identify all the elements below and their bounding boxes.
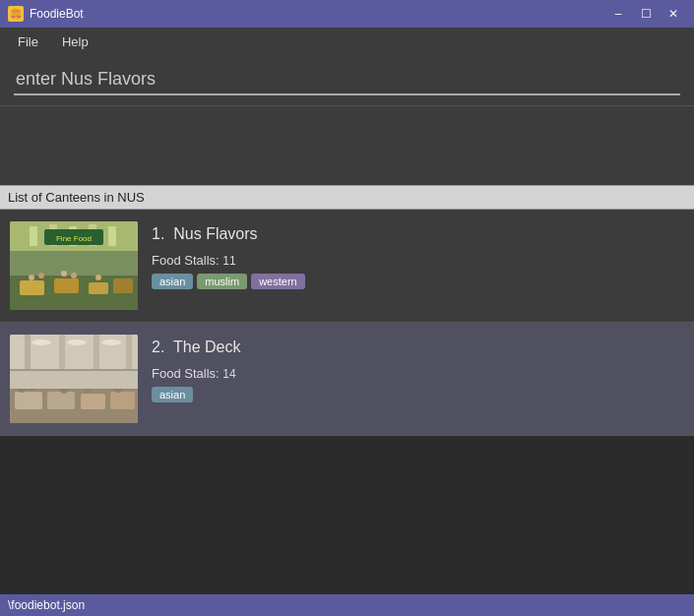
app-title: FoodieBot <box>30 7 84 21</box>
svg-rect-4 <box>89 282 108 294</box>
svg-point-27 <box>101 339 121 345</box>
food-stalls-row-2: Food Stalls: 14 <box>152 366 684 381</box>
svg-rect-2 <box>20 280 44 295</box>
svg-point-16 <box>61 271 67 277</box>
canteen-item-nus-flavors[interactable]: Fine Food 1. Nus Flavors Food Stalls: 11… <box>0 210 694 323</box>
tag-asian-2: asian <box>152 387 193 402</box>
list-header: List of Canteens in NUS <box>0 185 694 210</box>
title-bar-controls: – ☐ ✕ <box>605 4 686 24</box>
canteen-thumbnail-2 <box>10 335 138 423</box>
svg-text:Fine Food: Fine Food <box>56 234 92 243</box>
title-bar-left: 🍔 FoodieBot <box>8 6 84 22</box>
menu-file[interactable]: File <box>8 31 48 53</box>
svg-point-14 <box>29 275 34 280</box>
app-icon: 🍔 <box>8 6 24 22</box>
svg-rect-41 <box>10 369 138 371</box>
canteen-name-2: 2. The Deck <box>152 339 684 356</box>
svg-rect-7 <box>30 226 37 246</box>
svg-point-25 <box>32 339 51 345</box>
svg-rect-40 <box>10 369 138 389</box>
svg-rect-3 <box>54 278 79 293</box>
tag-asian-1: asian <box>152 274 193 289</box>
svg-rect-30 <box>47 392 75 409</box>
svg-point-26 <box>67 339 87 345</box>
close-button[interactable]: ✕ <box>661 4 686 24</box>
canteen-info-2: 2. The Deck Food Stalls: 14 asian <box>152 335 684 402</box>
canteen-list: Fine Food 1. Nus Flavors Food Stalls: 11… <box>0 210 694 436</box>
canteen-thumbnail-1: Fine Food <box>10 221 138 310</box>
tag-western-1: western <box>251 274 305 289</box>
status-text: \foodiebot.json <box>8 598 85 612</box>
svg-rect-11 <box>108 226 116 246</box>
tag-muslim-1: muslim <box>197 274 247 289</box>
canteen-info-1: 1. Nus Flavors Food Stalls: 11 asian mus… <box>152 221 684 289</box>
svg-point-15 <box>38 273 44 278</box>
status-bar: \foodiebot.json <box>0 594 694 616</box>
canteen-name-1: 1. Nus Flavors <box>152 225 684 243</box>
canteen-image-2 <box>10 335 138 423</box>
svg-rect-5 <box>113 278 133 293</box>
minimize-button[interactable]: – <box>605 4 631 24</box>
svg-rect-32 <box>110 392 135 409</box>
menu-bar: File Help <box>0 28 694 55</box>
svg-point-17 <box>71 273 77 278</box>
svg-rect-29 <box>15 392 42 409</box>
canteen-item-the-deck[interactable]: 2. The Deck Food Stalls: 14 asian <box>0 323 694 436</box>
canteen-image-1: Fine Food <box>10 221 138 310</box>
food-stalls-row-1: Food Stalls: 11 <box>152 253 684 268</box>
svg-rect-31 <box>81 394 105 409</box>
tags-1: asian muslim western <box>152 274 684 289</box>
title-bar: 🍔 FoodieBot – ☐ ✕ <box>0 0 694 28</box>
maximize-button[interactable]: ☐ <box>633 4 659 24</box>
output-area <box>0 106 694 185</box>
search-area <box>0 55 694 106</box>
menu-help[interactable]: Help <box>52 31 98 53</box>
search-input[interactable] <box>14 65 680 95</box>
tags-2: asian <box>152 387 684 402</box>
svg-point-18 <box>95 275 101 280</box>
